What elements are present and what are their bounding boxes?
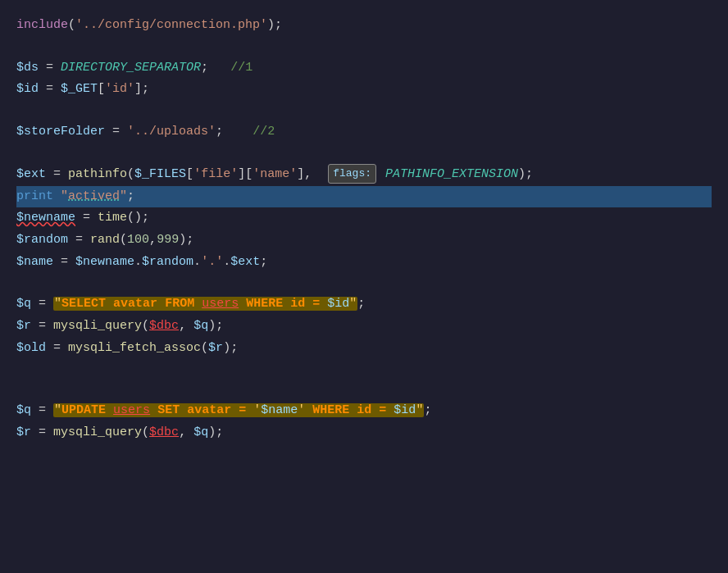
code-line-9: print "actived"; [16, 186, 712, 208]
code-line-10: $newname = time(); [16, 207, 712, 230]
code-line-empty-4 [16, 274, 712, 294]
code-line-14: $q = "SELECT avatar FROM users WHERE id … [16, 293, 712, 316]
code-line-11: $random = rand(100,999); [16, 230, 712, 252]
code-line-4: $id = $_GET['id']; [16, 79, 712, 101]
code-line-1: include('../config/connection.php'); [16, 15, 712, 37]
code-line-empty-6 [16, 380, 712, 400]
code-line-16: $old = mysqli_fetch_assoc($r); [16, 338, 712, 360]
code-line-empty-1 [16, 37, 712, 57]
code-line-3: $ds = DIRECTORY_SEPARATOR; //1 [16, 57, 712, 80]
code-line-19: $q = "UPDATE users SET avatar = '$name' … [16, 400, 712, 422]
code-line-20: $r = mysqli_query($dbc, $q); [16, 422, 712, 444]
code-line-8: $ext = pathinfo($_FILES['file']['name'],… [16, 163, 712, 185]
code-line-15: $r = mysqli_query($dbc, $q); [16, 316, 712, 338]
code-editor: include('../config/connection.php'); $ds… [0, 0, 728, 573]
code-line-empty-5 [16, 360, 712, 380]
code-line-empty-3 [16, 143, 712, 164]
code-line-empty-2 [16, 101, 712, 121]
code-line-6: $storeFolder = '../uploads'; //2 [16, 121, 712, 143]
code-line-12: $name = $newname.$random.'.'.$ext; [16, 252, 712, 274]
